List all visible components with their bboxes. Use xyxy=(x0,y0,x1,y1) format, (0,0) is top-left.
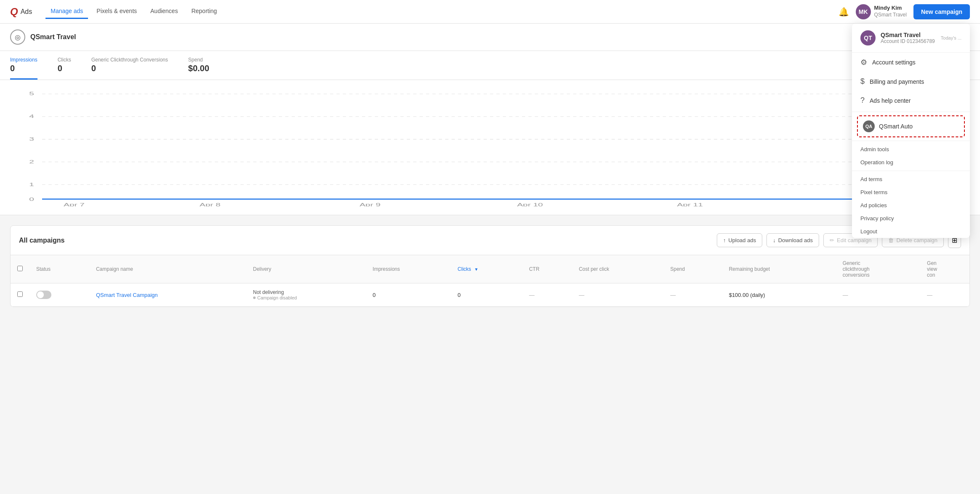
ctr-dash: — xyxy=(529,292,534,298)
svg-text:3: 3 xyxy=(29,136,34,142)
svg-text:4: 4 xyxy=(29,114,34,119)
campaigns-header: All campaigns ↑ Upload ads ↓ Download ad… xyxy=(11,226,969,255)
campaign-name-link[interactable]: QSmart Travel Campaign xyxy=(96,292,158,298)
nav-manage-ads[interactable]: Manage ads xyxy=(45,4,88,19)
main-content: All campaigns ↑ Upload ads ↓ Download ad… xyxy=(0,215,980,317)
dropdown-privacy-policy[interactable]: Privacy policy xyxy=(852,212,970,225)
campaigns-table: Status Campaign name Delivery Impression… xyxy=(11,255,969,307)
campaigns-title: All campaigns xyxy=(19,237,64,244)
row-delivery-cell: Not delivering Campaign disabled xyxy=(246,283,366,307)
billing-dollar-icon: $ xyxy=(860,77,865,86)
trash-icon: 🗑 xyxy=(888,237,894,243)
select-all-checkbox[interactable] xyxy=(17,266,23,271)
campaign-toggle[interactable] xyxy=(36,291,51,299)
svg-text:Apr 11: Apr 11 xyxy=(677,202,703,206)
svg-text:Apr 10: Apr 10 xyxy=(517,202,543,206)
spend-value: $0.00 xyxy=(188,64,209,73)
chart-container: 5 4 3 2 1 0 Apr 7 Apr 8 Apr 9 Apr 10 Apr… xyxy=(10,88,970,206)
row-spend-cell: — xyxy=(663,283,722,307)
row-status-cell xyxy=(29,283,89,307)
conversions-value: 0 xyxy=(91,64,168,73)
stat-tab-spend[interactable]: Spend $0.00 xyxy=(188,57,209,80)
row-checkbox-cell xyxy=(11,283,29,307)
row-ctr-cell: — xyxy=(522,283,572,307)
svg-text:1: 1 xyxy=(29,182,34,187)
dropdown-avatar: QT xyxy=(860,30,876,45)
col-impressions: Impressions xyxy=(366,255,451,283)
dropdown-ad-terms[interactable]: Ad terms xyxy=(852,173,970,186)
col-cost-per-click: Cost per click xyxy=(572,255,663,283)
dropdown-logout[interactable]: Logout xyxy=(852,225,970,238)
table-row: QSmart Travel Campaign Not delivering Ca… xyxy=(11,283,969,307)
upload-icon: ↑ xyxy=(723,237,726,243)
toggle-thumb xyxy=(37,291,44,298)
dropdown-user-info: QSmart Travel Account ID 0123456789 xyxy=(881,32,935,44)
help-circle-icon: ? xyxy=(860,96,865,105)
conversions-label: Generic Clickthrough Conversions xyxy=(91,57,168,63)
row-checkbox[interactable] xyxy=(17,291,23,297)
stat-tab-impressions[interactable]: Impressions 0 xyxy=(10,57,37,80)
campaigns-table-container: Status Campaign name Delivery Impression… xyxy=(11,255,969,307)
header-left: Q Ads Manage ads Pixels & events Audienc… xyxy=(10,4,838,19)
row-cpc-cell: — xyxy=(572,283,663,307)
nav-audiences[interactable]: Audiences xyxy=(145,4,183,19)
account-name: QSmart Travel xyxy=(30,33,76,41)
col-ctr: CTR xyxy=(522,255,572,283)
campaigns-section: All campaigns ↑ Upload ads ↓ Download ad… xyxy=(10,225,970,307)
new-campaign-button[interactable]: New campaign xyxy=(913,4,970,19)
conversions-dash: — xyxy=(843,292,848,298)
clicks-value: 0 xyxy=(58,64,71,73)
stats-bar: Impressions 0 Clicks 0 Generic Clickthro… xyxy=(0,51,980,80)
nav-reporting[interactable]: Reporting xyxy=(186,4,222,19)
notification-bell-icon[interactable]: 🔔 xyxy=(838,7,849,17)
svg-text:5: 5 xyxy=(29,91,34,96)
cpc-dash: — xyxy=(579,292,584,298)
clicks-label: Clicks xyxy=(58,57,71,63)
settings-gear-icon: ⚙ xyxy=(860,58,867,67)
dropdown-help-center[interactable]: ? Ads help center xyxy=(852,91,970,110)
dropdown-pixel-terms[interactable]: Pixel terms xyxy=(852,186,970,199)
download-ads-button[interactable]: ↓ Download ads xyxy=(766,233,819,247)
dropdown-qsmart-auto[interactable]: QA QSmart Auto xyxy=(857,115,965,137)
col-status: Status xyxy=(29,255,89,283)
dropdown-operation-log[interactable]: Operation log xyxy=(852,156,970,169)
logo: Q Ads xyxy=(10,6,32,18)
svg-text:Apr 8: Apr 8 xyxy=(200,202,221,206)
stat-tab-clicks[interactable]: Clicks 0 xyxy=(58,57,71,80)
dropdown-divider-1 xyxy=(852,112,970,112)
col-campaign-name: Campaign name xyxy=(89,255,246,283)
main-nav: Manage ads Pixels & events Audiences Rep… xyxy=(45,4,222,19)
upload-ads-button[interactable]: ↑ Upload ads xyxy=(717,233,762,247)
dropdown-divider-2 xyxy=(852,141,970,141)
select-all-header xyxy=(11,255,29,283)
svg-text:Apr 7: Apr 7 xyxy=(64,202,85,206)
spend-dash: — xyxy=(670,292,676,298)
col-clicks[interactable]: Clicks ▼ xyxy=(451,255,523,283)
dropdown-admin-tools[interactable]: Admin tools xyxy=(852,143,970,156)
stat-tab-conversions[interactable]: Generic Clickthrough Conversions 0 xyxy=(91,57,168,80)
row-clicks-cell: 0 xyxy=(451,283,523,307)
edit-icon: ✏ xyxy=(830,237,834,243)
row-remaining-budget-cell: $100.00 (daily) xyxy=(722,283,836,307)
col-delivery: Delivery xyxy=(246,255,366,283)
row-conversions-cell: — xyxy=(836,283,920,307)
dropdown-ad-policies[interactable]: Ad policies xyxy=(852,199,970,212)
nav-pixels-events[interactable]: Pixels & events xyxy=(91,4,142,19)
dropdown-billing[interactable]: $ Billing and payments xyxy=(852,72,970,91)
col-gen-view: Genviewcon xyxy=(920,255,969,283)
clicks-sort-arrow: ▼ xyxy=(474,267,478,272)
col-generic-conversions: Genericclickthroughconversions xyxy=(836,255,920,283)
dropdown-account-settings[interactable]: ⚙ Account settings xyxy=(852,53,970,72)
chart-area: 5 4 3 2 1 0 Apr 7 Apr 8 Apr 9 Apr 10 Apr… xyxy=(0,80,980,215)
user-menu-trigger[interactable]: MK Mindy Kim QSmart Travel xyxy=(856,4,907,19)
header-right: 🔔 MK Mindy Kim QSmart Travel New campaig… xyxy=(838,4,970,19)
logo-ads-text: Ads xyxy=(21,8,32,16)
row-gen-view-cell: — xyxy=(920,283,969,307)
row-campaign-name-cell: QSmart Travel Campaign xyxy=(89,283,246,307)
impressions-label: Impressions xyxy=(10,57,37,63)
account-icon: ◎ xyxy=(10,29,25,45)
impressions-value: 0 xyxy=(10,64,37,73)
stats-tabs: Impressions 0 Clicks 0 Generic Clickthro… xyxy=(10,57,970,80)
svg-text:2: 2 xyxy=(29,159,34,164)
delivery-text: Not delivering xyxy=(253,289,359,295)
